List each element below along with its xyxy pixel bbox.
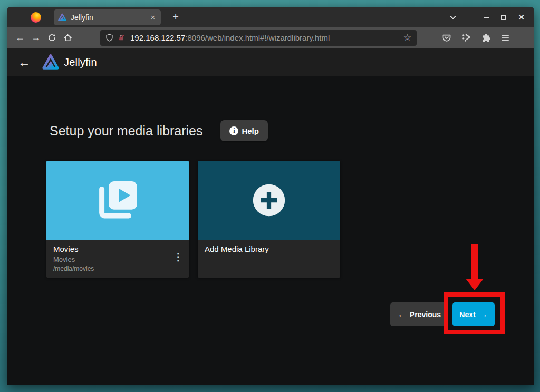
minimize-button[interactable]	[484, 17, 489, 18]
home-button[interactable]	[60, 30, 75, 46]
info-icon: i	[229, 126, 238, 135]
pocket-icon	[442, 33, 451, 43]
help-button[interactable]: i Help	[220, 120, 268, 141]
movies-card-footer: Movies Movies /media/movies ⋮	[46, 240, 189, 278]
pocket-button[interactable]	[441, 32, 452, 44]
reload-icon	[47, 33, 56, 42]
add-plus-icon	[252, 183, 286, 218]
reload-button[interactable]	[44, 30, 60, 46]
heading-row: Setup your media libraries i Help	[43, 120, 534, 141]
url-host: 192.168.122.57	[130, 33, 185, 42]
movies-card-thumbnail[interactable]	[46, 161, 189, 240]
browser-back-button[interactable]: ←	[12, 30, 28, 46]
extensions-button[interactable]	[480, 32, 491, 44]
jellyfin-page: ← Jellyfin Setup your media libraries i …	[7, 48, 534, 385]
tab-bar: Jellyfin × + ✕	[7, 7, 534, 27]
home-icon	[63, 33, 72, 42]
firefox-logo-icon	[31, 12, 41, 23]
toolbar-icons	[441, 32, 511, 44]
page-title: Setup your media libraries	[50, 123, 202, 139]
bookmark-star-icon[interactable]: ☆	[403, 32, 411, 43]
tab-title: Jellyfin	[71, 13, 149, 22]
url-text: 192.168.122.57:8096/web/index.html#!/wiz…	[130, 33, 399, 42]
close-window-button[interactable]: ✕	[518, 13, 525, 21]
wizard-content: Setup your media libraries i Help	[7, 76, 534, 278]
app-menu-button[interactable]	[499, 32, 511, 44]
puzzle-piece-icon	[481, 33, 490, 43]
library-path: /media/movies	[53, 265, 182, 272]
previous-arrow-icon: ←	[398, 310, 406, 319]
library-cards: Movies Movies /media/movies ⋮	[46, 161, 534, 278]
library-subtitle: Movies	[53, 256, 182, 263]
previous-button-label: Previous	[410, 310, 441, 319]
window-controls: ✕	[484, 13, 525, 21]
wizard-nav-buttons: ← Previous Next →	[390, 302, 495, 326]
jellyfin-app-header: ← Jellyfin	[7, 48, 534, 76]
library-menu-button[interactable]: ⋮	[172, 249, 185, 264]
extension-dots-icon	[461, 33, 471, 43]
add-library-footer: Add Media Library	[198, 240, 340, 276]
navigation-toolbar: ← →	[7, 27, 534, 48]
help-button-label: Help	[242, 126, 259, 135]
add-library-thumbnail[interactable]	[198, 161, 340, 240]
add-library-title: Add Media Library	[205, 244, 334, 253]
tab-close-icon[interactable]: ×	[149, 13, 157, 22]
next-arrow-icon: →	[479, 310, 488, 319]
add-library-card: Add Media Library	[198, 161, 340, 278]
url-bar[interactable]: 192.168.122.57:8096/web/index.html#!/wiz…	[100, 30, 417, 46]
firefox-window: Jellyfin × + ✕ ← →	[7, 7, 534, 385]
extension-button[interactable]	[460, 32, 472, 44]
previous-button[interactable]: ← Previous	[390, 302, 448, 326]
browser-forward-button[interactable]: →	[28, 30, 44, 46]
next-button-label: Next	[459, 310, 475, 319]
browser-tab-jellyfin[interactable]: Jellyfin ×	[54, 9, 161, 25]
video-library-icon	[93, 176, 142, 224]
jellyfin-brand-title: Jellyfin	[64, 56, 97, 68]
insecure-lock-icon[interactable]	[118, 34, 125, 42]
library-card-movies: Movies Movies /media/movies ⋮	[46, 161, 189, 278]
maximize-button[interactable]	[501, 15, 506, 20]
new-tab-button[interactable]: +	[168, 10, 183, 25]
library-title: Movies	[53, 244, 182, 253]
next-button[interactable]: Next →	[452, 302, 495, 326]
app-back-button[interactable]: ←	[18, 55, 34, 70]
jellyfin-logo-icon	[42, 54, 59, 71]
url-path: :8096/web/index.html#!/wizardlibrary.htm…	[185, 33, 330, 42]
chevron-down-icon	[449, 13, 457, 22]
jellyfin-favicon-icon	[58, 13, 66, 22]
hamburger-menu-icon	[500, 33, 510, 43]
list-all-tabs-button[interactable]	[449, 13, 457, 22]
tracking-protection-shield-icon[interactable]	[105, 34, 113, 42]
